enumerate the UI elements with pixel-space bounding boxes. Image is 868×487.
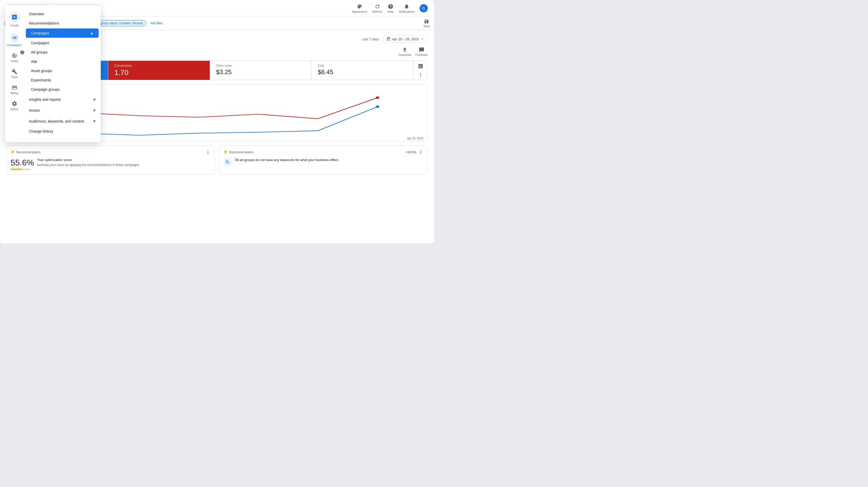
refresh-label: Refresh <box>373 10 382 13</box>
conversions-label: Conversions <box>115 64 204 67</box>
download-label: Download <box>399 53 411 56</box>
insights-label: Insights and reports <box>29 97 61 102</box>
audiences-chevron-icon: ▾ <box>93 118 96 124</box>
menu-item-campaigns[interactable]: Campaigns <box>26 38 101 48</box>
add-filter-button[interactable]: Add filter <box>148 21 164 26</box>
menu-item-asset-groups[interactable]: Asset groups <box>26 66 101 76</box>
notifications-icon <box>404 3 410 9</box>
cost-per-conv-label: Cost / conv. <box>216 64 305 67</box>
menu-item-campaign-groups[interactable]: Campaign groups <box>26 85 101 94</box>
nav-billing[interactable]: Billing <box>6 83 23 97</box>
user-avatar[interactable]: G <box>420 4 428 12</box>
rec-content-2: 36 ad groups do not have any keywords fo… <box>223 158 424 166</box>
notifications-button[interactable]: Notifications <box>399 3 414 13</box>
help-label: Help <box>388 10 394 13</box>
experiments-label: Experiments <box>31 78 51 82</box>
menu-item-overview[interactable]: Overview <box>24 9 101 19</box>
rec-content-1: 55.6% Your optimization score Increase y… <box>10 158 211 170</box>
menu-item-recommendations[interactable]: Recommendations <box>24 19 101 28</box>
create-icon <box>9 11 20 23</box>
appearance-button[interactable]: Appearance <box>352 3 367 13</box>
help-icon <box>388 3 394 9</box>
assets-chevron-icon: ▾ <box>93 108 96 113</box>
audiences-label: Audiences, keywords, and content <box>29 119 84 123</box>
cost-value: $6.45 <box>318 68 407 76</box>
nav-admin[interactable]: Admin <box>6 99 23 113</box>
nav-goals[interactable]: Goals <box>6 51 23 65</box>
feedback-label: Feedback <box>415 53 428 56</box>
nav-create[interactable]: Create <box>6 9 23 29</box>
tools-label: Tools <box>11 76 18 79</box>
svg-point-3 <box>376 96 379 99</box>
rec-text-2: 36 ad groups do not have any keywords fo… <box>235 158 424 163</box>
recommendation-card-2: Recommendation +18.5% 36 ad groups do no… <box>219 145 428 174</box>
cost-per-conv-value: $3.25 <box>216 68 305 76</box>
recommendations-row: Recommendation 55.6% Your optimization <box>6 145 428 174</box>
billing-label: Billing <box>10 91 18 95</box>
rec-title-2: Recommendation <box>223 150 253 154</box>
recommendation-card-1: Recommendation 55.6% Your optimization <box>6 145 215 174</box>
save-label: Save <box>424 25 430 28</box>
top-bar-actions: Appearance Refresh Help <box>352 3 428 13</box>
help-button[interactable]: Help <box>388 3 394 13</box>
goals-label: Goals <box>11 59 18 62</box>
app-container: Workspace (2 filters) Select a campaign … <box>0 0 434 244</box>
rec-badge-2: +18.5% <box>406 150 416 154</box>
score-bar <box>10 169 31 170</box>
menu-item-change-history[interactable]: Change history <box>24 127 101 136</box>
insights-chevron-icon: ▾ <box>93 97 96 103</box>
date-range-label: Last 7 days <box>362 37 379 41</box>
campaigns-chevron-up: ▲ <box>90 31 94 35</box>
flyout-menu: Create Campaigns Goals Tools <box>5 5 101 142</box>
menu-item-experiments[interactable]: Experiments <box>26 76 101 85</box>
appearance-label: Appearance <box>352 10 367 13</box>
date-range-value: Apr 20 – 26, 2023 <box>392 37 419 41</box>
cost-per-conv-metric[interactable]: Cost / conv. $3.25 <box>210 61 312 80</box>
campaign-groups-label: Campaign groups <box>31 87 60 91</box>
feedback-button[interactable]: Feedback <box>415 47 428 56</box>
score-bar-fill <box>10 169 22 170</box>
admin-label: Admin <box>10 108 18 111</box>
refresh-icon <box>374 3 380 9</box>
menu-item-campaigns-header[interactable]: Campaigns ▲ <box>26 28 99 38</box>
assets-label: Assets <box>29 108 40 112</box>
conversions-value: 1.70 <box>115 68 204 77</box>
save-button[interactable]: Save <box>424 19 430 28</box>
menu-item-ad-groups[interactable]: Ad groups <box>26 48 101 57</box>
campaigns-submenu: Campaigns Ad groups Ads Asset groups Exp… <box>24 38 101 94</box>
campaigns-icon <box>10 33 19 42</box>
chart-x-right: Apr 25, 2023 <box>407 137 424 140</box>
rec-header-1: Recommendation <box>10 150 211 155</box>
cost-metric[interactable]: Cost $6.45 <box>312 61 413 80</box>
nav-tools[interactable]: Tools <box>6 67 23 81</box>
menu-item-audiences[interactable]: Audiences, keywords, and content ▾ <box>24 116 101 127</box>
ad-group-status-label: Ad group status: Enabled, Paused <box>96 22 143 25</box>
rec-title-1: Recommendation <box>10 150 40 154</box>
metrics-more <box>413 61 428 80</box>
overview-label: Overview <box>29 12 44 16</box>
asset-groups-label: Asset groups <box>31 69 52 73</box>
notifications-label: Notifications <box>399 10 414 13</box>
recommendations-label: Recommendations <box>29 21 59 25</box>
campaigns-label: Campaigns <box>31 41 49 45</box>
create-label: Create <box>10 24 19 27</box>
change-history-label: Change history <box>29 129 53 133</box>
ads-label: Ads <box>31 59 37 64</box>
refresh-button[interactable]: Refresh <box>373 3 382 13</box>
download-button[interactable]: Download <box>399 47 411 56</box>
rec-text-1: Your optimization score Increase your sc… <box>37 158 211 167</box>
campaigns-nav-label: Campaigns <box>7 44 22 47</box>
ad-groups-label: Ad groups <box>31 50 48 54</box>
date-range-picker[interactable]: Apr 20 – 26, 2023 <box>383 35 428 43</box>
nav-campaigns[interactable]: Campaigns <box>6 31 23 49</box>
menu-item-ads[interactable]: Ads <box>26 57 101 66</box>
menu-item-insights[interactable]: Insights and reports ▾ <box>24 94 101 105</box>
rec-header-2: Recommendation +18.5% <box>223 150 424 155</box>
appearance-icon <box>356 3 363 9</box>
menu-item-assets[interactable]: Assets ▾ <box>24 105 101 116</box>
campaigns-section-label: Campaigns <box>31 31 49 35</box>
rec-text-body-1: Increase your score by applying the reco… <box>37 163 211 167</box>
score-value: 55.6% <box>10 158 34 168</box>
cost-label: Cost <box>318 64 407 67</box>
conversions-metric[interactable]: Conversions 1.70 <box>108 61 210 80</box>
